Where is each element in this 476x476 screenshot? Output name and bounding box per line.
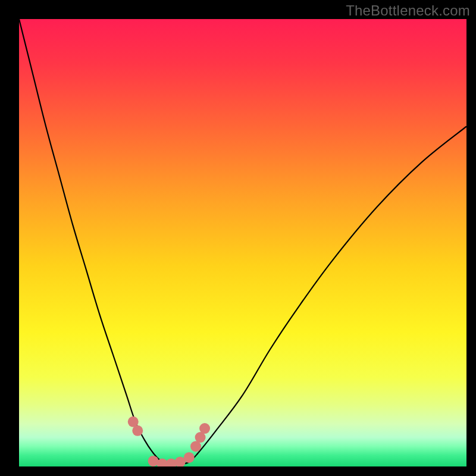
watermark-text: TheBottleneck.com — [346, 2, 470, 19]
plot-area — [19, 19, 466, 466]
chart-frame: TheBottleneck.com — [0, 0, 476, 476]
gradient-background — [19, 19, 466, 466]
curve-marker — [184, 452, 195, 463]
bottleneck-chart — [19, 19, 466, 466]
curve-marker — [199, 423, 210, 434]
curve-marker — [132, 425, 143, 436]
